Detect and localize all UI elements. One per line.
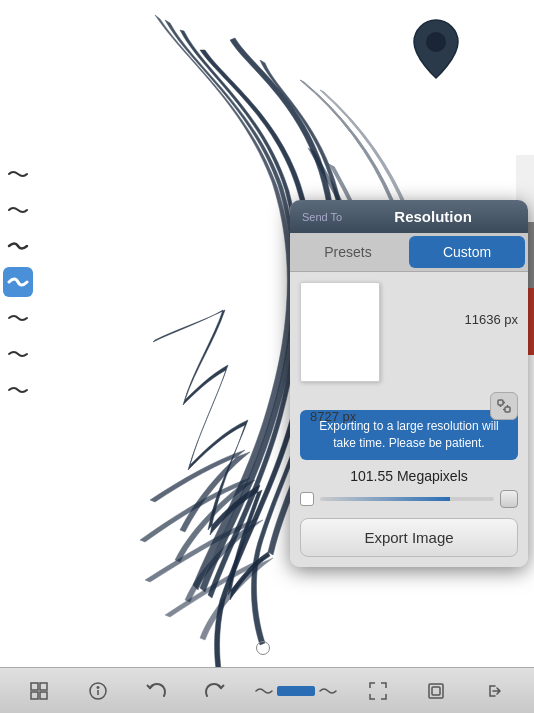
brush-item-6[interactable]	[3, 339, 33, 369]
slider-min-thumb	[300, 492, 314, 506]
tab-presets[interactable]: Presets	[290, 233, 406, 271]
panel-header: Send To Resolution	[290, 200, 528, 233]
svg-rect-15	[432, 687, 440, 695]
svg-rect-8	[40, 683, 47, 690]
send-to-label: Send To	[302, 211, 342, 223]
svg-rect-10	[40, 692, 47, 699]
info-button[interactable]	[80, 673, 116, 709]
brush-item-7[interactable]	[3, 375, 33, 405]
preview-area: 11636 px 8727 px	[300, 282, 518, 402]
export-image-button[interactable]: Export Image	[300, 518, 518, 557]
resolution-slider-track[interactable]	[320, 497, 494, 501]
brush-selector[interactable]	[255, 684, 337, 698]
tabs-container: Presets Custom	[290, 233, 528, 272]
share-button[interactable]	[477, 673, 513, 709]
page-preview	[300, 282, 380, 382]
tab-custom[interactable]: Custom	[409, 236, 525, 268]
left-toolbar	[0, 155, 36, 409]
svg-point-0	[426, 32, 446, 52]
brush-item-1[interactable]	[3, 159, 33, 189]
active-brush-indicator	[277, 686, 315, 696]
panel-body: 11636 px 8727 px Exporting to a large re…	[290, 272, 528, 567]
bottom-toolbar	[0, 667, 534, 713]
undo-button[interactable]	[138, 673, 174, 709]
brush-item-4-active[interactable]	[3, 267, 33, 297]
dimension-height[interactable]: 8727 px	[310, 409, 356, 424]
grid-button[interactable]	[21, 673, 57, 709]
resolution-slider-row	[300, 490, 518, 508]
fullscreen-button[interactable]	[360, 673, 396, 709]
canvas-indicator	[256, 641, 270, 655]
svg-point-13	[97, 686, 99, 688]
slider-max-thumb[interactable]	[500, 490, 518, 508]
dimension-width[interactable]: 11636 px	[465, 312, 519, 327]
link-proportions-button[interactable]	[490, 392, 518, 420]
svg-rect-2	[505, 407, 510, 412]
resolution-panel: Send To Resolution Presets Custom 11636 …	[290, 200, 528, 567]
redo-button[interactable]	[197, 673, 233, 709]
svg-rect-1	[498, 400, 503, 405]
layers-button[interactable]	[418, 673, 454, 709]
brush-item-3[interactable]	[3, 231, 33, 261]
panel-title: Resolution	[350, 208, 516, 225]
svg-rect-7	[31, 683, 38, 690]
brush-item-2[interactable]	[3, 195, 33, 225]
color-picker-droplet[interactable]	[410, 18, 462, 80]
svg-rect-14	[429, 684, 443, 698]
brush-item-5[interactable]	[3, 303, 33, 333]
svg-rect-9	[31, 692, 38, 699]
megapixels-label: 101.55 Megapixels	[300, 468, 518, 484]
